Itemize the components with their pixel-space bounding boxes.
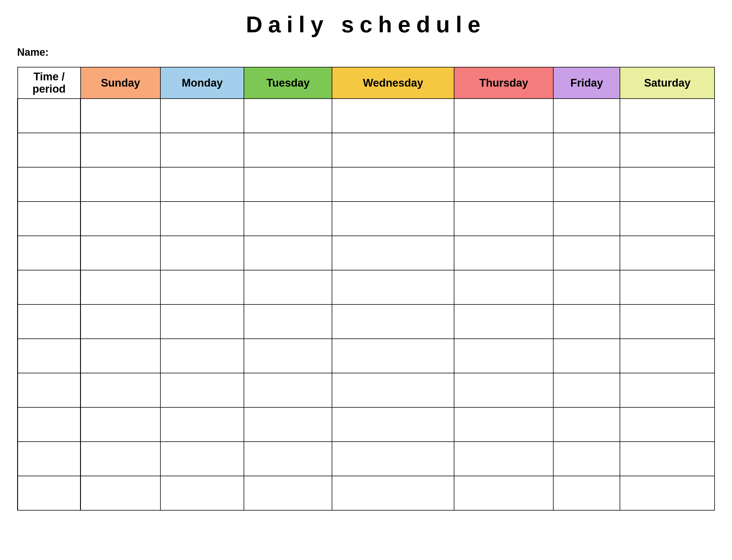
- schedule-cell[interactable]: [620, 407, 715, 442]
- schedule-cell[interactable]: [332, 373, 454, 407]
- schedule-cell[interactable]: [454, 270, 553, 304]
- time-cell[interactable]: [18, 373, 81, 407]
- schedule-cell[interactable]: [553, 304, 620, 339]
- schedule-cell[interactable]: [244, 407, 332, 442]
- schedule-cell[interactable]: [160, 476, 244, 510]
- time-cell[interactable]: [18, 407, 81, 442]
- schedule-cell[interactable]: [553, 476, 620, 510]
- schedule-cell[interactable]: [160, 270, 244, 304]
- schedule-cell[interactable]: [160, 133, 244, 167]
- schedule-cell[interactable]: [81, 304, 161, 339]
- schedule-cell[interactable]: [620, 339, 715, 373]
- time-cell[interactable]: [18, 304, 81, 339]
- schedule-cell[interactable]: [332, 476, 454, 510]
- schedule-cell[interactable]: [81, 407, 161, 442]
- schedule-cell[interactable]: [244, 236, 332, 270]
- schedule-cell[interactable]: [160, 304, 244, 339]
- schedule-cell[interactable]: [244, 167, 332, 202]
- schedule-cell[interactable]: [81, 476, 161, 510]
- schedule-cell[interactable]: [553, 202, 620, 236]
- schedule-cell[interactable]: [244, 202, 332, 236]
- time-cell[interactable]: [18, 236, 81, 270]
- schedule-cell[interactable]: [81, 339, 161, 373]
- schedule-cell[interactable]: [160, 339, 244, 373]
- schedule-cell[interactable]: [332, 339, 454, 373]
- schedule-cell[interactable]: [244, 442, 332, 476]
- header-tuesday: Tuesday: [244, 67, 332, 99]
- time-cell[interactable]: [18, 167, 81, 202]
- schedule-cell[interactable]: [620, 236, 715, 270]
- time-cell[interactable]: [18, 133, 81, 167]
- schedule-cell[interactable]: [81, 202, 161, 236]
- schedule-cell[interactable]: [332, 202, 454, 236]
- schedule-cell[interactable]: [620, 373, 715, 407]
- schedule-cell[interactable]: [620, 442, 715, 476]
- schedule-cell[interactable]: [160, 407, 244, 442]
- schedule-cell[interactable]: [244, 373, 332, 407]
- schedule-cell[interactable]: [620, 133, 715, 167]
- schedule-cell[interactable]: [553, 407, 620, 442]
- schedule-cell[interactable]: [332, 407, 454, 442]
- schedule-cell[interactable]: [244, 133, 332, 167]
- schedule-cell[interactable]: [454, 202, 553, 236]
- schedule-cell[interactable]: [454, 476, 553, 510]
- schedule-cell[interactable]: [160, 236, 244, 270]
- schedule-cell[interactable]: [553, 270, 620, 304]
- time-cell[interactable]: [18, 442, 81, 476]
- schedule-cell[interactable]: [160, 99, 244, 133]
- schedule-cell[interactable]: [81, 270, 161, 304]
- schedule-cell[interactable]: [160, 442, 244, 476]
- schedule-cell[interactable]: [332, 442, 454, 476]
- name-label: Name:: [17, 46, 715, 58]
- schedule-cell[interactable]: [553, 133, 620, 167]
- schedule-cell[interactable]: [81, 99, 161, 133]
- schedule-cell[interactable]: [160, 373, 244, 407]
- schedule-cell[interactable]: [244, 476, 332, 510]
- schedule-cell[interactable]: [332, 167, 454, 202]
- schedule-cell[interactable]: [553, 442, 620, 476]
- time-cell[interactable]: [18, 339, 81, 373]
- schedule-cell[interactable]: [81, 442, 161, 476]
- schedule-cell[interactable]: [553, 236, 620, 270]
- schedule-cell[interactable]: [454, 373, 553, 407]
- schedule-cell[interactable]: [553, 373, 620, 407]
- schedule-cell[interactable]: [332, 270, 454, 304]
- schedule-cell[interactable]: [244, 339, 332, 373]
- schedule-cell[interactable]: [454, 236, 553, 270]
- schedule-cell[interactable]: [160, 202, 244, 236]
- schedule-cell[interactable]: [81, 133, 161, 167]
- time-cell[interactable]: [18, 202, 81, 236]
- schedule-cell[interactable]: [332, 99, 454, 133]
- time-cell[interactable]: [18, 270, 81, 304]
- schedule-cell[interactable]: [553, 167, 620, 202]
- schedule-cell[interactable]: [244, 99, 332, 133]
- schedule-cell[interactable]: [553, 99, 620, 133]
- schedule-cell[interactable]: [620, 99, 715, 133]
- schedule-cell[interactable]: [620, 476, 715, 510]
- schedule-cell[interactable]: [332, 133, 454, 167]
- schedule-cell[interactable]: [454, 407, 553, 442]
- schedule-cell[interactable]: [620, 167, 715, 202]
- schedule-cell[interactable]: [553, 339, 620, 373]
- schedule-cell[interactable]: [332, 304, 454, 339]
- schedule-cell[interactable]: [620, 202, 715, 236]
- schedule-cell[interactable]: [81, 373, 161, 407]
- schedule-cell[interactable]: [160, 167, 244, 202]
- schedule-cell[interactable]: [454, 133, 553, 167]
- schedule-cell[interactable]: [454, 304, 553, 339]
- schedule-cell[interactable]: [454, 339, 553, 373]
- schedule-cell[interactable]: [620, 270, 715, 304]
- header-saturday: Saturday: [620, 67, 715, 99]
- time-cell[interactable]: [18, 476, 81, 510]
- schedule-table: Time / period Sunday Monday Tuesday Wedn…: [17, 67, 715, 511]
- time-cell[interactable]: [18, 99, 81, 133]
- schedule-cell[interactable]: [244, 270, 332, 304]
- schedule-cell[interactable]: [81, 236, 161, 270]
- schedule-cell[interactable]: [454, 442, 553, 476]
- schedule-cell[interactable]: [454, 99, 553, 133]
- schedule-cell[interactable]: [244, 304, 332, 339]
- schedule-cell[interactable]: [81, 167, 161, 202]
- schedule-cell[interactable]: [454, 167, 553, 202]
- schedule-cell[interactable]: [332, 236, 454, 270]
- schedule-cell[interactable]: [620, 304, 715, 339]
